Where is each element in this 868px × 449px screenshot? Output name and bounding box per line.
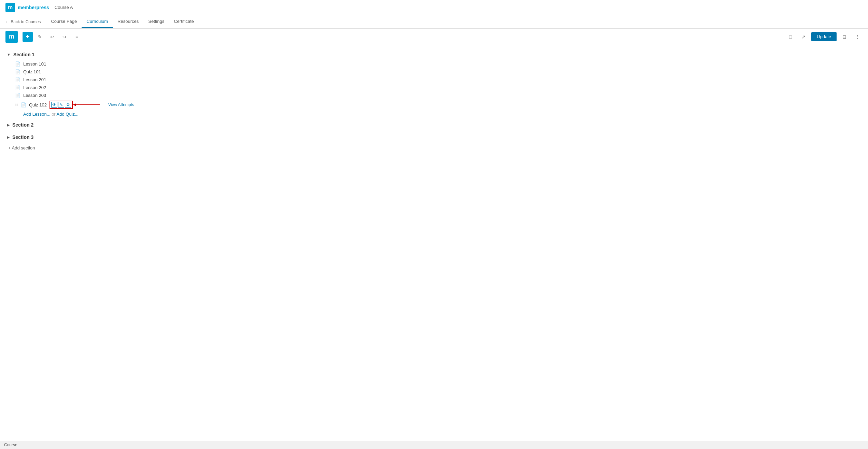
doc-icon: 📄: [15, 61, 20, 67]
lesson-name: Quiz 101: [23, 69, 41, 74]
drag-handle-icon[interactable]: ⠿: [15, 102, 18, 107]
panel-button[interactable]: ⊟: [839, 32, 850, 42]
tab-course-page[interactable]: Course Page: [46, 15, 82, 28]
view-attempts-link[interactable]: View Attempts: [108, 102, 134, 107]
doc-icon: 📄: [15, 93, 20, 98]
section-3-toggle[interactable]: ▶: [7, 135, 10, 140]
more-button[interactable]: ⋮: [852, 32, 863, 42]
list-item: 📄 Lesson 201: [15, 76, 861, 84]
quiz-102-item: ⠿ 📄 Quiz 102 👁 ✎ ⚙ View Attempts: [15, 99, 861, 110]
toolbar-right: □ ↗ Update ⊟ ⋮: [785, 32, 863, 42]
list-item: 📄 Lesson 101: [15, 60, 861, 68]
lesson-name: Lesson 203: [23, 93, 46, 98]
add-section-button[interactable]: + Add section: [8, 145, 861, 150]
list-button[interactable]: ≡: [72, 32, 82, 42]
content-area: ▼ Section 1 📄 Lesson 101 📄 Quiz 101 📄 Le…: [0, 45, 868, 156]
section-2: ▶ Section 2: [7, 121, 861, 129]
doc-icon: 📄: [21, 102, 26, 107]
quiz-102-name: Quiz 102: [29, 102, 47, 107]
section-3: ▶ Section 3: [7, 133, 861, 141]
back-to-courses-link[interactable]: ← Back to Courses: [5, 19, 41, 24]
doc-icon: 📄: [15, 69, 20, 74]
section-1-title: Section 1: [13, 52, 34, 57]
lesson-name: Lesson 201: [23, 77, 46, 82]
add-section-label: + Add section: [8, 145, 35, 150]
top-bar: m memberpress Course A: [0, 0, 868, 15]
annotation-arrow: [73, 103, 103, 107]
tab-resources[interactable]: Resources: [113, 15, 143, 28]
course-title: Course A: [55, 5, 73, 10]
section-3-header[interactable]: ▶ Section 3: [7, 133, 861, 141]
section-1-toggle[interactable]: ▼: [7, 53, 11, 57]
section-1: ▼ Section 1 📄 Lesson 101 📄 Quiz 101 📄 Le…: [7, 50, 861, 117]
add-lesson-row: Add Lesson... or Add Quiz...: [23, 112, 861, 117]
layout-button[interactable]: □: [785, 32, 796, 42]
add-lesson-link[interactable]: Add Lesson...: [23, 112, 51, 117]
toolbar: m + ✎ ↩ ↪ ≡ □ ↗ Update ⊟ ⋮: [0, 29, 868, 45]
svg-marker-1: [73, 103, 76, 106]
section-2-header[interactable]: ▶ Section 2: [7, 121, 861, 129]
doc-icon: 📄: [15, 77, 20, 82]
eye-icon[interactable]: 👁: [51, 102, 57, 108]
pencil-button[interactable]: ✎: [35, 32, 45, 42]
edit-icon[interactable]: ✎: [58, 102, 64, 108]
tab-settings[interactable]: Settings: [143, 15, 169, 28]
add-button[interactable]: +: [23, 32, 33, 42]
settings-icon[interactable]: ⚙: [65, 102, 71, 108]
lesson-name: Lesson 202: [23, 85, 46, 90]
list-item: 📄 Lesson 203: [15, 91, 861, 99]
nav-tabs: ← Back to Courses Course Page Curriculum…: [0, 15, 868, 29]
logo-square: m: [5, 31, 18, 43]
quiz-102-action-icons: 👁 ✎ ⚙: [50, 101, 73, 109]
doc-icon: 📄: [15, 85, 20, 90]
logo-area: m memberpress Course A: [5, 3, 73, 12]
add-quiz-link[interactable]: Add Quiz...: [57, 112, 79, 117]
lesson-name: Lesson 101: [23, 61, 46, 67]
external-button[interactable]: ↗: [798, 32, 809, 42]
undo-button[interactable]: ↩: [47, 32, 57, 42]
section-1-header[interactable]: ▼ Section 1: [7, 50, 861, 59]
tab-certificate[interactable]: Certificate: [169, 15, 199, 28]
brand-name: memberpress: [18, 5, 49, 10]
update-button[interactable]: Update: [811, 32, 837, 41]
section-2-toggle[interactable]: ▶: [7, 123, 10, 127]
tab-curriculum[interactable]: Curriculum: [82, 15, 113, 28]
section-1-items: 📄 Lesson 101 📄 Quiz 101 📄 Lesson 201 📄 L…: [15, 60, 861, 117]
toolbar-left: m + ✎ ↩ ↪ ≡: [5, 31, 82, 43]
redo-button[interactable]: ↪: [59, 32, 70, 42]
list-item: 📄 Quiz 101: [15, 68, 861, 76]
add-or-text: or: [52, 112, 56, 117]
list-item: 📄 Lesson 202: [15, 84, 861, 91]
section-3-title: Section 3: [12, 134, 33, 140]
logo-icon: m: [5, 3, 15, 12]
section-2-title: Section 2: [12, 122, 33, 128]
